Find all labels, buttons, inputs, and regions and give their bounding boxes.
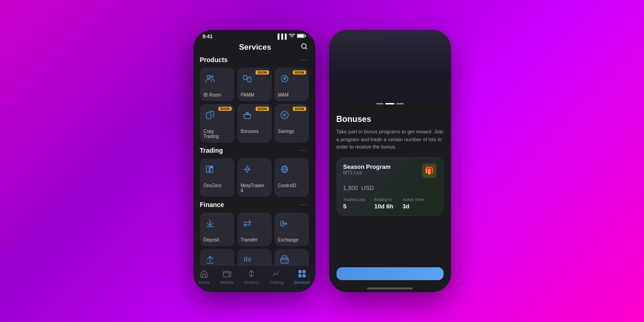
finance-dots[interactable]: ··· (300, 201, 308, 209)
program-header: Season Program MT5 Live 🎁 (343, 163, 437, 178)
mam-card[interactable]: SOON MAM (274, 68, 309, 101)
traded-lots-value: 5 (343, 203, 365, 210)
cta-button[interactable] (336, 267, 444, 280)
exchange-icon (278, 217, 291, 230)
hero-dot-1 (376, 103, 383, 104)
mam-soon-badge: SOON (293, 70, 306, 75)
trading-title: Trading (200, 147, 223, 154)
services-nav-label: Services (294, 280, 310, 285)
savings-card[interactable]: SOON Savings (274, 104, 309, 143)
svg-rect-14 (206, 166, 209, 172)
wifi-icon (289, 34, 295, 39)
withdraw-icon (204, 253, 217, 266)
amount-value: 1,800 (343, 184, 359, 191)
wallets-nav-label: Wallets (220, 280, 234, 285)
ending-in-value: 10d 6h (374, 203, 393, 210)
status-icons: ▐▐▐ (276, 34, 306, 39)
copy-trading-label: Copy Trading (204, 129, 231, 139)
svg-rect-1 (305, 35, 306, 37)
page-title: Services (210, 43, 301, 52)
savings-soon-badge: SOON (293, 107, 306, 111)
onezero-icon (204, 163, 217, 176)
amount-currency: USD (361, 184, 374, 191)
transfer-card[interactable]: Transfer (237, 213, 272, 246)
products-dots[interactable]: ··· (300, 56, 308, 64)
signal-icon: ▐▐▐ (276, 34, 286, 39)
centroid-card[interactable]: CentroID (274, 158, 309, 197)
stat-traded-lots: Traded Lots 5 (343, 197, 365, 210)
home-bar (367, 288, 413, 289)
nav-wallets[interactable]: Wallets (220, 269, 234, 285)
svg-rect-23 (223, 271, 231, 277)
exchange-card[interactable]: Exchange (274, 213, 309, 246)
hero-dot-3 (396, 103, 404, 104)
metatrader4-label: MetaTrader 4 (241, 183, 268, 193)
svg-point-10 (284, 78, 285, 80)
hero-dots (376, 103, 404, 104)
svg-rect-8 (248, 77, 251, 82)
active-time-label: Active Time (402, 197, 424, 202)
svg-rect-16 (210, 166, 213, 167)
bonus-description: Bonuses Take part in bonus programs to g… (329, 108, 451, 261)
nav-finance[interactable]: Finance (244, 269, 259, 285)
home-nav-icon (199, 269, 209, 279)
pamm-soon-badge: SOON (256, 70, 269, 75)
status-bar: 9:41 ▐▐▐ (194, 30, 315, 41)
copy-trading-card[interactable]: SOON Copy Trading (200, 104, 234, 143)
program-amount: 1,800 USD (343, 180, 437, 193)
mam-icon (278, 72, 291, 85)
onezero-label: OneZero (204, 183, 222, 188)
pamm-label: PAMM (241, 92, 254, 98)
svg-point-3 (302, 44, 306, 48)
trading-nav-label: Trading (269, 280, 283, 285)
products-title: Products (200, 56, 228, 63)
exchange-label: Exchange (278, 237, 298, 242)
finance-nav-icon (247, 269, 256, 279)
onezero-card[interactable]: OneZero (200, 158, 234, 197)
trading-section: Trading ··· OneZero (194, 146, 315, 197)
deposit-card[interactable]: Deposit (200, 213, 234, 246)
mam-label: MAM (278, 92, 289, 98)
svg-rect-12 (244, 115, 251, 119)
svg-rect-2 (297, 34, 304, 37)
trading-grid: OneZero MetaTrader 4 (200, 158, 309, 197)
bonus-program-card[interactable]: Season Program MT5 Live 🎁 1,800 USD Trad… (336, 157, 444, 216)
stat-ending-in: Ending In 10d 6h (374, 197, 393, 210)
copy-trading-icon (204, 109, 217, 121)
metatrader4-card[interactable]: MetaTrader 4 (237, 158, 272, 197)
savings-label: Savings (278, 129, 295, 134)
nav-home[interactable]: Home (199, 269, 210, 285)
battery-icon (297, 34, 306, 39)
deposit-label: Deposit (204, 237, 219, 242)
centroid-icon (278, 163, 291, 176)
phone-bonuses: Bonuses Take part in bonus programs to g… (329, 30, 451, 292)
nav-services[interactable]: Services (294, 269, 310, 285)
active-time-value: 3d (402, 203, 424, 210)
pamm-card[interactable]: SOON PAMM (237, 68, 272, 101)
nav-trading[interactable]: Trading (269, 269, 283, 285)
svg-rect-26 (302, 270, 306, 273)
svg-rect-21 (281, 258, 288, 263)
ib-room-card[interactable]: IB Room (200, 68, 234, 101)
bonuses-card[interactable]: SOON Bonuses (237, 104, 272, 143)
wallet2-icon (278, 253, 291, 266)
wallets-nav-icon (222, 269, 232, 279)
gift-icon: 🎁 (422, 163, 437, 178)
program-subtitle: MT5 Live (343, 170, 391, 175)
bonus-title: Bonuses (336, 115, 444, 124)
svg-rect-27 (298, 274, 302, 277)
phones-container: 9:41 ▐▐▐ (194, 30, 451, 292)
scroll-area[interactable]: Products ··· I (194, 56, 315, 292)
trading-dots[interactable]: ··· (300, 146, 308, 155)
svg-line-4 (306, 48, 307, 49)
bonuses-soon-badge: SOON (256, 107, 269, 111)
products-grid: IB Room SOON PAMM (200, 68, 309, 143)
svg-rect-28 (302, 274, 306, 277)
transfer-label: Transfer (241, 237, 258, 242)
ib-room-icon (204, 72, 217, 85)
svg-point-6 (211, 76, 213, 78)
services-nav-icon (297, 269, 307, 279)
centroid-label: CentroID (278, 183, 296, 188)
traded-lots-label: Traded Lots (343, 197, 365, 202)
search-button[interactable] (301, 43, 308, 52)
